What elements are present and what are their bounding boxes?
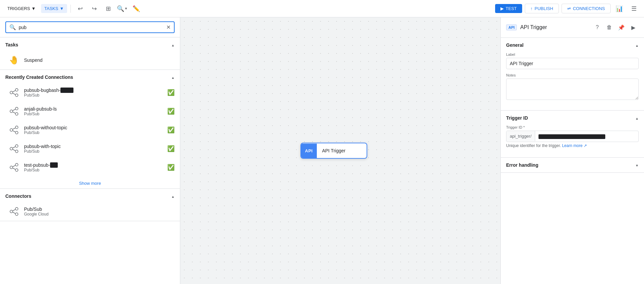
conn-status-icon-1: ✅: [167, 89, 175, 96]
triggers-label: TRIGGERS: [7, 6, 30, 11]
label-input[interactable]: [506, 58, 639, 69]
publish-button[interactable]: ↑ PUBLISH: [525, 4, 559, 13]
conn-status-icon-4: ✅: [167, 145, 175, 152]
search-clear-icon[interactable]: ✕: [166, 24, 171, 30]
tasks-chevron: ▼: [59, 6, 64, 11]
help-button[interactable]: ?: [592, 22, 603, 33]
test-play-icon: ▶: [500, 6, 504, 11]
pin-button[interactable]: 📌: [616, 22, 627, 33]
pubsub-icon-5: [8, 161, 20, 173]
svg-point-15: [10, 147, 13, 150]
collapse-panel-button[interactable]: ▶: [628, 22, 639, 33]
pubsub-icon-2: [8, 105, 20, 117]
recently-created-header[interactable]: Recently Created Connections: [0, 70, 180, 83]
pen-icon: ✏️: [133, 5, 140, 12]
svg-point-2: [15, 94, 18, 97]
search-input[interactable]: [19, 25, 164, 30]
panel-scroll: Tasks 🤚 Suspend Recently Created Connect…: [0, 37, 180, 284]
learn-more-link[interactable]: Learn more ↗: [562, 143, 587, 148]
connection-item-pubsub-bugbash[interactable]: pubsub-bugbash- Pub/Sub ✅: [0, 83, 180, 102]
pubsub-icon-3: [8, 124, 20, 136]
trigger-id-section-header[interactable]: Trigger ID: [501, 111, 644, 125]
tasks-section-title: Tasks: [5, 42, 18, 47]
connection-item-test-pubsub[interactable]: test-pubsub- Pub/Sub ✅: [0, 158, 180, 177]
show-more-button[interactable]: Show more: [79, 181, 101, 186]
error-handling-header[interactable]: Error handling: [501, 158, 644, 172]
connections-label: CONNECTIONS: [573, 6, 605, 11]
conn-info-4: pubsub-with-topic Pub/Sub: [24, 144, 163, 154]
zoom-chevron-icon: ▼: [124, 7, 128, 10]
trigger-id-help: Unique identifier for the trigger. Learn…: [506, 143, 639, 148]
svg-point-21: [15, 163, 18, 166]
test-label: TEST: [506, 6, 517, 11]
api-trigger-node[interactable]: API API Trigger: [300, 143, 367, 159]
notes-textarea[interactable]: [506, 79, 639, 100]
tasks-button[interactable]: TASKS ▼: [41, 4, 67, 13]
svg-line-4: [13, 93, 15, 95]
toolbar: TRIGGERS ▼ TASKS ▼ ↩ ↪ ⊞ 🔍 ▼ ✏️ ▶ TEST: [0, 0, 644, 17]
svg-point-22: [15, 169, 18, 171]
connection-item-without-topic[interactable]: pubsub-without-topic Pub/Sub ✅: [0, 121, 180, 139]
hamburger-icon: ☰: [631, 5, 637, 12]
general-section-header[interactable]: General: [501, 38, 644, 52]
show-more-container: Show more: [0, 177, 180, 188]
conn-name-1: pubsub-bugbash-: [24, 88, 163, 93]
publish-icon: ↑: [530, 6, 533, 11]
recently-created-collapse-icon: [171, 75, 175, 80]
right-panel: API API Trigger ? 🗑 📌 ▶ General Label: [500, 17, 644, 284]
trigger-id-label: Trigger ID *: [506, 125, 639, 129]
conn-name-5: test-pubsub-: [24, 162, 163, 168]
error-handling-section: Error handling: [501, 158, 644, 173]
search-container: 🔍 ✕: [0, 17, 180, 37]
zoom-button[interactable]: 🔍 ▼: [116, 3, 128, 15]
conn-info-2: anjali-pubsub-ls Pub/Sub: [24, 106, 163, 116]
connection-item-with-topic[interactable]: pubsub-with-topic Pub/Sub ✅: [0, 139, 180, 158]
pen-button[interactable]: ✏️: [130, 3, 142, 15]
undo-button[interactable]: ↩: [74, 3, 86, 15]
redo-button[interactable]: ↪: [88, 3, 100, 15]
conn-status-icon-2: ✅: [167, 108, 175, 115]
recently-created-section: Recently Created Connections: [0, 70, 180, 189]
svg-line-24: [13, 168, 15, 169]
pubsub-icon-4: [8, 143, 20, 155]
analytics-button[interactable]: 📊: [613, 3, 625, 15]
publish-label: PUBLISH: [534, 6, 553, 11]
api-badge: API: [506, 24, 517, 30]
tasks-label: TASKS: [44, 6, 58, 11]
svg-point-6: [15, 107, 18, 110]
right-panel-body: General Label Notes Trigger: [501, 38, 644, 284]
toolbar-divider-1: [70, 5, 71, 13]
connectors-title: Connectors: [5, 193, 31, 199]
svg-point-12: [15, 131, 18, 134]
gcp-pubsub-icon: [8, 205, 20, 218]
hand-icon: 🤚: [9, 55, 19, 65]
search-icon: 🔍: [9, 24, 16, 30]
svg-point-17: [15, 150, 18, 153]
trigger-id-masked: [539, 134, 605, 139]
connectors-section: Connectors Pub/Sub: [0, 189, 180, 221]
test-button[interactable]: ▶ TEST: [495, 4, 522, 13]
delete-button[interactable]: 🗑: [604, 22, 615, 33]
conn-type-3: Pub/Sub: [24, 130, 163, 135]
trigger-id-input-group: api_trigger/: [506, 131, 639, 142]
canvas-area[interactable]: API API Trigger: [180, 17, 500, 284]
tasks-collapse-icon: [171, 42, 175, 47]
more-options-button[interactable]: ☰: [628, 3, 640, 15]
right-panel-actions: ? 🗑 📌 ▶: [592, 22, 639, 33]
connections-button[interactable]: ⇌ CONNECTIONS: [562, 4, 611, 13]
conn-type-5: Pub/Sub: [24, 168, 163, 172]
task-item-suspend[interactable]: 🤚 Suspend: [3, 51, 177, 69]
trigger-id-section: Trigger ID Trigger ID * api_trigger/: [501, 111, 644, 158]
connection-item-anjali[interactable]: anjali-pubsub-ls Pub/Sub ✅: [0, 102, 180, 121]
tasks-section-header[interactable]: Tasks: [0, 37, 180, 51]
svg-line-13: [13, 128, 15, 129]
node-title: API Trigger: [317, 143, 351, 158]
notes-field-label: Notes: [506, 73, 639, 77]
undo-icon: ↩: [78, 5, 83, 12]
connectors-section-header[interactable]: Connectors: [0, 189, 180, 202]
connector-name: Pub/Sub: [24, 206, 175, 212]
svg-line-8: [13, 109, 15, 111]
connector-pubsub[interactable]: Pub/Sub Google Cloud: [0, 202, 180, 221]
layout-button[interactable]: ⊞: [102, 3, 114, 15]
triggers-button[interactable]: TRIGGERS ▼: [4, 4, 39, 13]
